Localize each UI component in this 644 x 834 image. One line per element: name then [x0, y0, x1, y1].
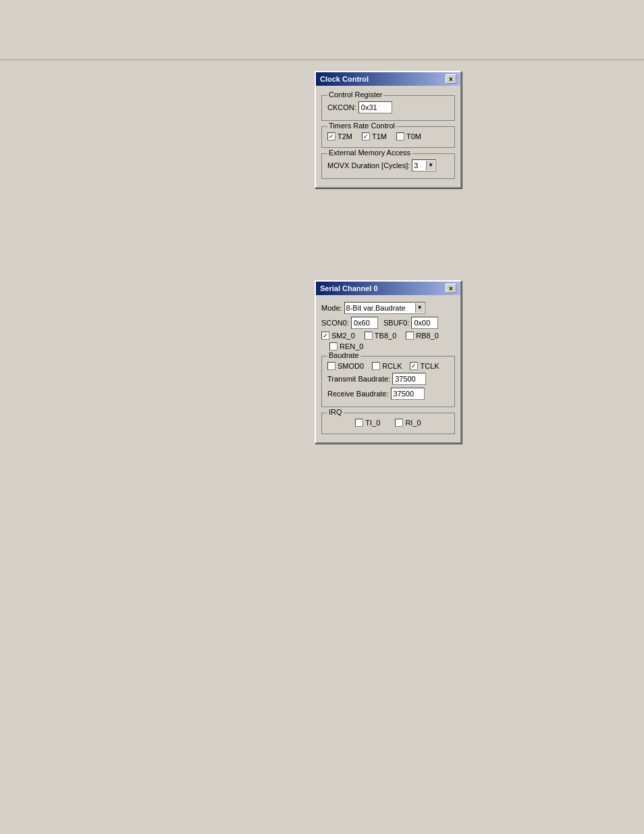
ri0-label[interactable]: RI_0 — [395, 419, 421, 427]
ri0-text: RI_0 — [405, 419, 421, 427]
transmit-label: Transmit Baudrate: — [327, 375, 390, 383]
receive-label: Receive Baudrate: — [327, 390, 389, 398]
clock-control-dialog: Clock Control × Control Register CKCON: … — [315, 71, 462, 188]
t1m-text: T1M — [372, 132, 387, 140]
scon0-input[interactable] — [351, 317, 378, 329]
smod-rclk-tclk-row: SMOD0 RCLK TCLK — [327, 362, 449, 370]
ckcon-label: CKCON: — [327, 103, 356, 111]
clock-dialog-body: Control Register CKCON: Timers Rate Cont… — [316, 86, 460, 187]
timers-rate-group: Timers Rate Control T2M T1M T0M — [321, 126, 455, 148]
ren-0-checkbox[interactable] — [329, 342, 338, 350]
t1m-label[interactable]: T1M — [362, 132, 387, 140]
movx-row: MOVX Duration [Cycles]: 1 2 3 4 — [327, 159, 449, 172]
movx-label: MOVX Duration [Cycles]: — [327, 161, 410, 170]
mode-row: Mode: 8-Bit var.Baudrate 9-Bit var.Baudr… — [321, 302, 455, 314]
tclk-label[interactable]: TCLK — [410, 362, 439, 370]
irq-group: IRQ TI_0 RI_0 — [321, 413, 455, 434]
baudrate-legend: Baudrate — [327, 351, 360, 359]
irq-legend: IRQ — [327, 408, 344, 416]
ren-0-label[interactable]: REN_0 — [329, 342, 363, 350]
t2m-label[interactable]: T2M — [327, 132, 352, 140]
serial-close-button[interactable]: × — [446, 284, 456, 293]
ri0-checkbox[interactable] — [395, 419, 403, 427]
rclk-label[interactable]: RCLK — [372, 362, 402, 370]
sbuf0-label: SBUF0: — [383, 319, 410, 327]
sm2-0-text: SM2_0 — [331, 332, 355, 340]
sm2-0-checkbox[interactable] — [321, 332, 329, 340]
ti0-text: TI_0 — [365, 419, 380, 427]
movx-select-wrapper: 1 2 3 4 — [412, 159, 436, 172]
timers-checkboxes-row: T2M T1M T0M — [327, 132, 449, 140]
baudrate-group: Baudrate SMOD0 RCLK TCLK Transmit Baud — [321, 356, 455, 407]
serial-dialog-title: Serial Channel 0 — [320, 284, 378, 292]
control-register-group: Control Register CKCON: — [321, 95, 455, 121]
transmit-baudrate-input[interactable] — [392, 373, 426, 385]
clock-close-button[interactable]: × — [446, 74, 456, 84]
rclk-checkbox[interactable] — [372, 362, 380, 370]
smod0-label[interactable]: SMOD0 — [327, 362, 364, 370]
serial-dialog-body: Mode: 8-Bit var.Baudrate 9-Bit var.Baudr… — [316, 295, 460, 442]
page-rule — [0, 59, 644, 60]
t0m-text: T0M — [406, 132, 421, 140]
clock-dialog-title: Clock Control — [320, 75, 369, 83]
t2m-text: T2M — [338, 132, 352, 140]
ren-0-text: REN_0 — [340, 342, 363, 350]
serial-dialog-titlebar: Serial Channel 0 × — [316, 282, 460, 295]
rb8-0-text: RB8_0 — [416, 332, 439, 340]
timers-rate-legend: Timers Rate Control — [327, 122, 396, 130]
receive-baudrate-row: Receive Baudrate: — [327, 388, 449, 400]
t0m-label[interactable]: T0M — [396, 132, 421, 140]
tb8-0-text: TB8_0 — [375, 332, 396, 340]
mode-label: Mode: — [321, 304, 342, 312]
ext-memory-legend: External Memory Access — [327, 149, 412, 157]
mode-select[interactable]: 8-Bit var.Baudrate 9-Bit var.Baudrate Fi… — [344, 302, 425, 314]
irq-checkboxes-row: TI_0 RI_0 — [327, 419, 449, 427]
ckcon-row: CKCON: — [327, 101, 449, 113]
tclk-text: TCLK — [420, 362, 439, 370]
sm2-tb8-rb8-row: SM2_0 TB8_0 RB8_0 — [321, 332, 455, 340]
ti0-label[interactable]: TI_0 — [355, 419, 380, 427]
tclk-checkbox[interactable] — [410, 362, 418, 370]
transmit-baudrate-row: Transmit Baudrate: — [327, 373, 449, 385]
control-register-legend: Control Register — [327, 90, 383, 99]
smod0-text: SMOD0 — [338, 362, 364, 370]
ckcon-input[interactable] — [358, 101, 392, 113]
ext-memory-group: External Memory Access MOVX Duration [Cy… — [321, 153, 455, 179]
ti0-checkbox[interactable] — [355, 419, 363, 427]
rclk-text: RCLK — [382, 362, 402, 370]
sbuf0-input[interactable] — [411, 317, 438, 329]
scon0-label: SCON0: — [321, 319, 349, 327]
t2m-checkbox[interactable] — [327, 132, 336, 140]
ren-0-row: REN_0 — [329, 342, 455, 350]
rb8-0-label[interactable]: RB8_0 — [406, 332, 439, 340]
receive-baudrate-input[interactable] — [391, 388, 425, 400]
smod0-checkbox[interactable] — [327, 362, 336, 370]
tb8-0-label[interactable]: TB8_0 — [365, 332, 396, 340]
mode-select-wrapper: 8-Bit var.Baudrate 9-Bit var.Baudrate Fi… — [344, 302, 425, 314]
serial-channel-dialog: Serial Channel 0 × Mode: 8-Bit var.Baudr… — [315, 280, 462, 444]
rb8-0-checkbox[interactable] — [406, 332, 414, 340]
tb8-0-checkbox[interactable] — [365, 332, 373, 340]
t1m-checkbox[interactable] — [362, 132, 370, 140]
movx-select[interactable]: 1 2 3 4 — [412, 159, 436, 172]
t0m-checkbox[interactable] — [396, 132, 404, 140]
clock-dialog-titlebar: Clock Control × — [316, 72, 460, 86]
sm2-0-label[interactable]: SM2_0 — [321, 332, 355, 340]
scon-sbuf-row: SCON0: SBUF0: — [321, 317, 455, 329]
